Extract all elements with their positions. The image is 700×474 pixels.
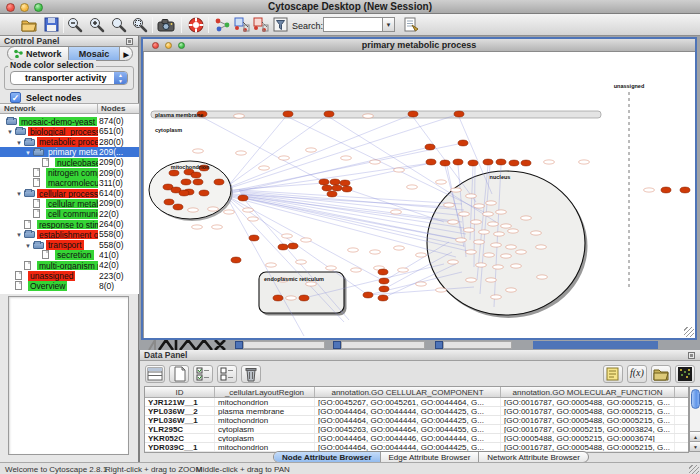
graph-node[interactable] xyxy=(454,111,464,117)
minimize-window-icon[interactable] xyxy=(20,3,29,12)
graph-node-label[interactable] xyxy=(208,207,219,211)
graph-node-label[interactable] xyxy=(488,222,499,226)
table-cell[interactable]: [GO:0044464, GO:0044444, GO:0044425, G..… xyxy=(315,416,501,424)
zoom-fit-icon[interactable] xyxy=(131,16,149,34)
table-cell[interactable]: YLR295C xyxy=(145,425,215,433)
tree-row[interactable]: cell communicat22(0) xyxy=(0,209,139,219)
tree-row[interactable]: Overview8(0) xyxy=(0,281,139,291)
graph-node[interactable] xyxy=(521,160,531,166)
graph-node[interactable] xyxy=(440,160,450,166)
graph-node[interactable] xyxy=(408,111,418,117)
tree-row[interactable]: cellular metabo209(0) xyxy=(0,198,139,208)
graph-node[interactable] xyxy=(288,243,298,249)
tab-node-attribute-browser[interactable]: Node Attribute Browser xyxy=(274,452,381,462)
graph-node-label[interactable] xyxy=(192,225,203,229)
graph-node-label[interactable] xyxy=(464,228,475,232)
tree-row[interactable]: ▼cellular process614(0) xyxy=(0,188,139,198)
select-nodes-checkbox[interactable]: ✓ xyxy=(10,92,21,103)
graph-node-label[interactable] xyxy=(544,160,555,164)
tree-row[interactable]: ▼primary metabo209(... xyxy=(0,147,139,157)
graph-node[interactable] xyxy=(324,111,334,117)
graph-node[interactable] xyxy=(483,159,493,165)
graph-node-label[interactable] xyxy=(259,166,270,170)
graph-node[interactable] xyxy=(319,179,329,185)
table-cell[interactable]: [GO:0045267, GO:0045261, GO:0044464, G..… xyxy=(315,398,501,406)
table-cell[interactable]: [GO:0044464, GO:0044444, GO:0044425, G..… xyxy=(315,443,501,451)
graph-node[interactable] xyxy=(238,195,248,201)
graph-node-label[interactable] xyxy=(508,229,519,233)
tree-row[interactable]: mosaic-demo-yeast874(0) xyxy=(0,116,139,126)
table-cell[interactable]: YKR052C xyxy=(145,434,215,442)
graph-node-label[interactable] xyxy=(644,188,655,192)
graph-node-label[interactable] xyxy=(493,265,504,269)
graph-node[interactable] xyxy=(332,185,342,191)
graph-node[interactable] xyxy=(379,286,389,292)
help-lifering-icon[interactable] xyxy=(187,16,205,34)
graph-node-label[interactable] xyxy=(501,254,512,258)
tree-row[interactable]: unassigned223(0) xyxy=(0,271,139,281)
network-file-icon[interactable] xyxy=(402,16,420,34)
background-window-titlebar[interactable] xyxy=(533,341,658,349)
graph-node[interactable] xyxy=(378,295,388,301)
graph-node-label[interactable] xyxy=(506,288,517,292)
table-cell[interactable]: [GO:0016787, GO:0005488, GO:0005215, G..… xyxy=(501,416,675,424)
table-row[interactable]: YPL036W__2plasma membrane[GO:0044464, GO… xyxy=(145,407,688,416)
table-row[interactable]: YKR052Ccytoplasm[GO:0044464, GO:0044446,… xyxy=(145,434,688,443)
graph-node[interactable] xyxy=(214,179,224,185)
scroll-down-icon[interactable]: ▼ xyxy=(690,441,700,451)
graph-node[interactable] xyxy=(680,187,690,193)
graph-node-label[interactable] xyxy=(444,203,455,207)
table-cell[interactable]: [GO:0016787, GO:0005488, GO:0005215, G..… xyxy=(501,398,675,406)
graph-node-label[interactable] xyxy=(370,250,381,254)
graph-node-label[interactable] xyxy=(394,246,405,250)
graph-node-label[interactable] xyxy=(407,185,418,189)
table-cell[interactable]: [GO:0016787, GO:0005488, GO:0005215, G..… xyxy=(501,407,675,415)
graph-node[interactable] xyxy=(379,278,389,284)
tree-row[interactable]: secretion41(0) xyxy=(0,250,139,260)
filter-icon[interactable] xyxy=(272,16,290,34)
tab-network-attribute-browser[interactable]: Network Attribute Browser xyxy=(479,452,587,462)
table-cell[interactable]: cytoplasm xyxy=(215,425,315,433)
tab-edge-attribute-browser[interactable]: Edge Attribute Browser xyxy=(381,452,480,462)
search-dropdown-icon[interactable]: ▼ xyxy=(383,17,395,32)
graph-node[interactable] xyxy=(249,235,259,241)
graph-node-label[interactable] xyxy=(451,188,462,192)
background-window[interactable] xyxy=(341,341,425,349)
graph-node[interactable] xyxy=(299,295,309,301)
graph-node-label[interactable] xyxy=(306,282,317,286)
graph-node-label[interactable] xyxy=(474,240,485,244)
graph-node[interactable] xyxy=(199,190,209,196)
graph-node-label[interactable] xyxy=(537,275,548,279)
table-cell[interactable]: mitochondrion xyxy=(215,443,315,451)
table-cell[interactable]: YPL036W__1 xyxy=(145,416,215,424)
column-header-id[interactable]: ID xyxy=(145,387,215,397)
tree-row[interactable]: response to stimulu264(0) xyxy=(0,219,139,229)
graph-node-label[interactable] xyxy=(448,260,459,264)
graph-node-label[interactable] xyxy=(471,220,482,224)
unselect-all-attributes-icon[interactable] xyxy=(217,365,237,383)
graph-node-label[interactable] xyxy=(370,160,381,164)
graph-node-label[interactable] xyxy=(398,268,409,272)
graph-node[interactable] xyxy=(164,199,174,205)
graph-node[interactable] xyxy=(458,140,468,146)
graph-node[interactable] xyxy=(426,159,436,165)
graph-node-label[interactable] xyxy=(436,288,447,292)
graph-node[interactable] xyxy=(330,179,340,185)
zoom-selected-icon[interactable] xyxy=(110,16,128,34)
graph-node[interactable] xyxy=(173,204,183,210)
window-resize-grip[interactable] xyxy=(684,327,694,337)
graph-node-label[interactable] xyxy=(416,253,427,257)
background-window-titlebar[interactable] xyxy=(235,341,243,349)
graph-node[interactable] xyxy=(425,144,435,150)
graph-node-label[interactable] xyxy=(466,278,477,282)
graph-node[interactable] xyxy=(378,269,388,275)
graph-node-label[interactable] xyxy=(266,263,277,267)
graph-node-label[interactable] xyxy=(234,114,245,118)
tree-row[interactable]: nucleobase-209(0) xyxy=(0,157,139,167)
delete-attribute-icon[interactable] xyxy=(241,365,261,383)
notes-icon[interactable] xyxy=(603,365,623,383)
graph-node-label[interactable] xyxy=(188,208,199,212)
graph-node[interactable] xyxy=(231,257,241,263)
vizmapper-icon[interactable] xyxy=(214,16,232,34)
graph-node-label[interactable] xyxy=(521,216,532,220)
